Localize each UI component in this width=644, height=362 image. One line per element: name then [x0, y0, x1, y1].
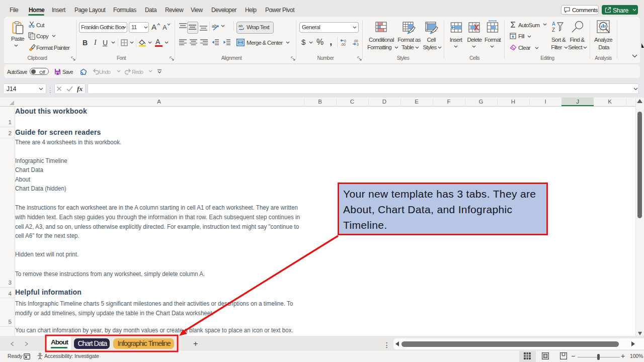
- svg-text:.00: .00: [341, 43, 346, 46]
- svg-text:Z: Z: [552, 27, 555, 33]
- svg-text:.00: .00: [353, 39, 358, 43]
- svg-text:A: A: [552, 21, 555, 27]
- svg-text:ab: ab: [238, 24, 243, 28]
- svg-text:0: 0: [357, 43, 359, 46]
